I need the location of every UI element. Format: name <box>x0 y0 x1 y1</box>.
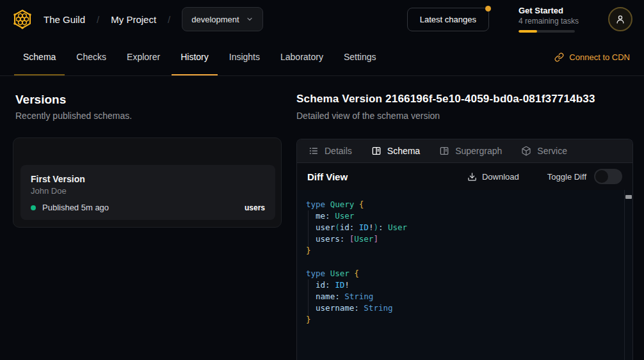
get-started-progress-bar <box>519 30 575 33</box>
breadcrumb-separator: / <box>97 14 99 25</box>
get-started-progress-fill <box>519 30 537 33</box>
version-list-item[interactable]: First Version John Doe Published 5m ago … <box>20 165 275 220</box>
detail-tab-label: Schema <box>387 146 420 156</box>
version-detail-panel: DetailsSchemaSupergraphService Diff View… <box>296 139 633 360</box>
header-right: Latest changes Get Started 4 remaining t… <box>407 6 632 33</box>
tab-checks[interactable]: Checks <box>66 38 117 75</box>
cube-icon <box>521 146 531 156</box>
code-line: name: String <box>306 291 620 302</box>
toggle-knob <box>595 170 608 183</box>
get-started-widget[interactable]: Get Started 4 remaining tasks <box>519 6 579 33</box>
breadcrumb-separator: / <box>168 14 170 25</box>
detail-tab-label: Service <box>537 146 567 156</box>
version-name: First Version <box>31 174 265 184</box>
code-line: type User { <box>306 268 620 279</box>
project-name[interactable]: My Project <box>111 14 156 25</box>
detail-tab-details[interactable]: Details <box>309 146 352 156</box>
code-line: } <box>306 314 620 325</box>
indent-guide <box>308 210 309 246</box>
notification-dot <box>485 6 491 12</box>
toggle-diff-label: Toggle Diff <box>547 172 586 182</box>
guild-logo-icon[interactable] <box>10 7 35 31</box>
diff-view-header: Diff View Download Toggle Diff <box>297 163 632 190</box>
app-header: The Guild / My Project / development Lat… <box>0 0 644 38</box>
app-root: The Guild / My Project / development Lat… <box>0 0 644 360</box>
get-started-title: Get Started <box>519 6 579 15</box>
version-status: Published 5m ago <box>42 203 109 212</box>
tab-settings[interactable]: Settings <box>334 38 387 75</box>
detail-tab-label: Supergraph <box>455 146 502 156</box>
code-line: users: [User] <box>306 233 620 245</box>
versions-card: First Version John Doe Published 5m ago … <box>13 137 282 228</box>
org-name[interactable]: The Guild <box>44 14 85 25</box>
detail-tab-schema[interactable]: Schema <box>371 146 420 156</box>
code-line <box>306 256 620 268</box>
tab-schema[interactable]: Schema <box>13 38 66 75</box>
primary-nav-bar: SchemaChecksExplorerHistoryInsightsLabor… <box>0 38 644 76</box>
schema-version-title: Schema Version 2166196f-5e10-4059-bd0a-0… <box>296 93 595 106</box>
get-started-subtitle: 4 remaining tasks <box>519 17 579 26</box>
code-line: id: ID! <box>306 279 620 291</box>
tab-explorer[interactable]: Explorer <box>117 38 170 75</box>
target-selector[interactable]: development <box>182 7 262 31</box>
latest-changes-button[interactable]: Latest changes <box>407 8 489 31</box>
versions-subtitle: Recently published schemas. <box>15 111 132 121</box>
person-icon <box>615 13 626 25</box>
list-icon <box>309 146 319 156</box>
tab-history[interactable]: History <box>170 38 219 75</box>
code-line: username: String <box>306 302 620 314</box>
tab-laboratory[interactable]: Laboratory <box>270 38 334 75</box>
detail-tab-service[interactable]: Service <box>521 146 567 156</box>
columns-icon <box>371 146 382 156</box>
version-status-row: Published 5m ago users <box>31 203 265 212</box>
connect-to-cdn-link[interactable]: Connect to CDN <box>554 38 630 75</box>
target-selector-value: development <box>191 15 239 24</box>
columns-icon <box>439 146 449 156</box>
schema-code-view[interactable]: type Query { me: User user(id: ID!): Use… <box>297 190 632 360</box>
detail-tabs: DetailsSchemaSupergraphService <box>297 139 632 163</box>
code-line: user(id: ID!): User <box>306 222 620 233</box>
indent-guide <box>308 279 309 315</box>
versions-title: Versions <box>15 93 66 107</box>
schema-code: type Query { me: User user(id: ID!): Use… <box>297 190 632 325</box>
download-button[interactable]: Download <box>467 172 519 182</box>
code-line: me: User <box>306 210 620 222</box>
code-scrollbar <box>624 190 632 360</box>
toggle-diff-switch[interactable] <box>594 169 622 184</box>
code-scrollbar-thumb[interactable] <box>625 195 632 199</box>
chevron-down-icon <box>246 15 254 23</box>
detail-tab-label: Details <box>325 146 352 156</box>
detail-tab-supergraph[interactable]: Supergraph <box>439 146 502 156</box>
published-status-dot <box>31 205 36 210</box>
tab-insights[interactable]: Insights <box>219 38 270 75</box>
version-author: John Doe <box>31 186 265 196</box>
diff-view-actions: Download Toggle Diff <box>467 169 622 184</box>
user-avatar[interactable] <box>608 7 632 31</box>
breadcrumb: The Guild / My Project / development <box>44 7 263 31</box>
download-icon <box>467 172 477 182</box>
service-badge: users <box>245 203 265 212</box>
link-icon <box>554 52 564 62</box>
code-line: type Query { <box>306 199 620 210</box>
schema-version-subtitle: Detailed view of the schema version <box>296 111 440 121</box>
code-line: } <box>306 245 620 256</box>
primary-nav: SchemaChecksExplorerHistoryInsightsLabor… <box>13 38 387 75</box>
diff-view-title: Diff View <box>307 171 348 182</box>
